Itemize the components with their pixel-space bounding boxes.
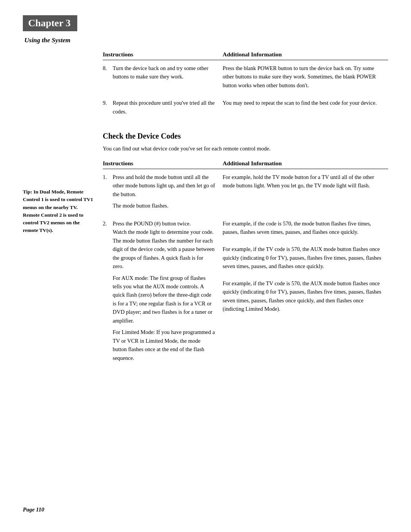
chapter-header: Chapter 3 [23,15,77,31]
item-num-9: 9. [103,99,110,116]
sub-para-2-1: For AUX mode: The first group of flashes… [103,274,215,325]
bottom-table-section: Instructions Additional Information 1. [103,160,388,367]
bottom-col2-header: Additional Information [223,160,388,169]
main-content: Instructions Additional Information 8. T… [103,51,388,378]
instruction-cell-9: 9. Repeat this procedure until you've tr… [103,95,223,121]
additional-cell-9: You may need to repeat the scan to find … [223,95,388,121]
additional-cell-b2: For example, if the code is 570, the mod… [223,216,388,368]
top-col2-header: Additional Information [223,51,388,60]
item-text-8: Turn the device back on and try some oth… [113,64,215,81]
table-row: 2. Press the POUND (#) button twice. Wat… [103,216,388,368]
item-num-b1: 1. [103,173,110,198]
instruction-cell-2: 2. Press the POUND (#) button twice. Wat… [103,216,223,368]
additional-part-2-0: For example, if the code is 570, the mod… [223,219,384,236]
instruction-cell-1: 1. Press and hold the mode button until … [103,169,223,215]
section-title: Using the System [24,37,388,44]
table-row: 1. Press and hold the mode button until … [103,169,388,215]
check-section-heading: Check the Device Codes [103,132,388,141]
additional-cell-8: Press the blank POWER button to turn the… [223,60,388,95]
item-text-b1: Press and hold the mode button until all… [113,173,215,198]
sub-para-2-2: For Limited Mode: If you have programmed… [103,328,215,362]
additional-part-2-1: For example, if the TV code is 570, the … [223,245,384,270]
top-table: Instructions Additional Information 8. T… [103,51,388,121]
item-num-8: 8. [103,64,110,81]
item-text-9: Repeat this procedure until you've tried… [113,99,215,116]
sub-para-1-1: The mode button flashes. [103,201,215,210]
page-footer: Page 110 [23,506,44,513]
table-row: 8. Turn the device back on and try some … [103,60,388,95]
top-table-section: Instructions Additional Information 8. T… [103,51,388,121]
instruction-cell-8: 8. Turn the device back on and try some … [103,60,223,95]
table-row: 9. Repeat this procedure until you've tr… [103,95,388,121]
bottom-table: Instructions Additional Information 1. [103,160,388,367]
item-text-b2: Press the POUND (#) button twice. Watch … [113,219,215,271]
check-section-intro: You can find out what device code you've… [103,144,388,153]
sidebar-tip: Tip: In Dual Mode, Remote Control 1 is u… [23,189,93,233]
item-num-b2: 2. [103,219,110,271]
additional-part-2-2: For example, if the TV code is 570, the … [223,279,384,313]
additional-cell-b1: For example, hold the TV mode button for… [223,169,388,215]
top-col1-header: Instructions [103,51,223,60]
bottom-col1-header: Instructions [103,160,223,169]
instruction-part-1-0: Press and hold the mode button until all… [113,174,215,197]
sidebar: Tip: In Dual Mode, Remote Control 1 is u… [23,51,103,378]
